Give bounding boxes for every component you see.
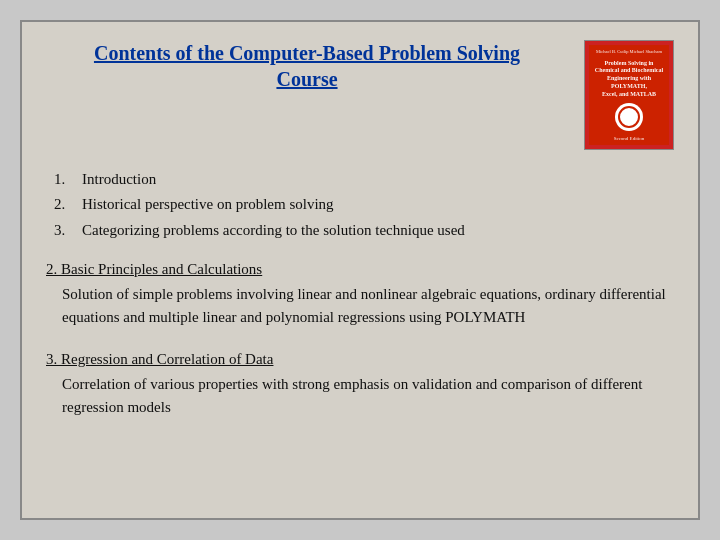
list-num-1: 1. xyxy=(54,168,82,191)
book-top-text: Michael B. Cutlip Michael Shacham xyxy=(596,49,662,55)
book-main-text: Problem Solving in Chemical and Biochemi… xyxy=(592,60,666,99)
slide: Contents of the Computer-Based Problem S… xyxy=(20,20,700,520)
section-2-body: Solution of simple problems involving li… xyxy=(62,283,674,330)
book-logo xyxy=(615,103,643,131)
list-num-2: 2. xyxy=(54,193,82,216)
list-num-3: 3. xyxy=(54,219,82,242)
section-3-body: Correlation of various properties with s… xyxy=(62,373,674,420)
list-item: 3. Categorizing problems according to th… xyxy=(54,219,674,242)
title-line2: Course xyxy=(276,68,337,90)
slide-header: Contents of the Computer-Based Problem S… xyxy=(46,40,674,150)
list-text-3: Categorizing problems according to the s… xyxy=(82,219,674,242)
list-item: 1. Introduction xyxy=(54,168,674,191)
title-block: Contents of the Computer-Based Problem S… xyxy=(46,40,584,92)
intro-list: 1. Introduction 2. Historical perspectiv… xyxy=(54,168,674,242)
list-text-2: Historical perspective on problem solvin… xyxy=(82,193,674,216)
content: 1. Introduction 2. Historical perspectiv… xyxy=(46,168,674,419)
list-text-1: Introduction xyxy=(82,168,674,191)
list-item: 2. Historical perspective on problem sol… xyxy=(54,193,674,216)
section-2-title: 2. Basic Principles and Calculations xyxy=(46,258,674,281)
section-2: 2. Basic Principles and Calculations Sol… xyxy=(46,258,674,330)
book-cover: Michael B. Cutlip Michael Shacham Proble… xyxy=(584,40,674,150)
slide-title: Contents of the Computer-Based Problem S… xyxy=(46,40,568,92)
book-edition: Second Edition xyxy=(614,136,645,141)
title-line1: Contents of the Computer-Based Problem S… xyxy=(94,42,520,64)
section-3: 3. Regression and Correlation of Data Co… xyxy=(46,348,674,420)
section-3-title: 3. Regression and Correlation of Data xyxy=(46,348,674,371)
